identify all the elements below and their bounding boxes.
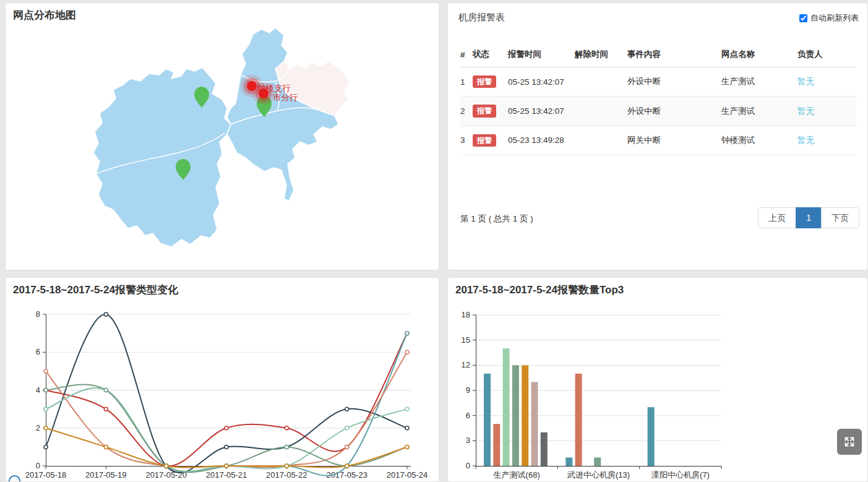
cell-status: 报警 bbox=[473, 67, 508, 97]
svg-text:9: 9 bbox=[466, 385, 470, 395]
cell-alarm-time: 05-25 13:42:07 bbox=[508, 97, 575, 126]
col-header-owner: 负责人 bbox=[797, 40, 856, 67]
cell-event: 网关中断 bbox=[627, 126, 721, 155]
owner-link[interactable]: 暂无 bbox=[797, 77, 814, 86]
auto-refresh-label[interactable]: 自动刷新列表 bbox=[810, 12, 859, 24]
current-page-button[interactable]: 1 bbox=[796, 207, 822, 228]
svg-text:0: 0 bbox=[36, 461, 40, 470]
svg-text:2017-05-18: 2017-05-18 bbox=[25, 470, 67, 480]
table-row: 1 报警 05-25 13:42:07 外设中断 生产测试 暂无 bbox=[460, 67, 856, 97]
svg-text:3: 3 bbox=[466, 436, 470, 445]
cell-owner: 暂无 bbox=[797, 97, 856, 126]
status-badge: 报警 bbox=[473, 75, 496, 88]
svg-text:2017-05-19: 2017-05-19 bbox=[85, 470, 127, 480]
alarm-table: # 状态 报警时间 解除时间 事件内容 网点名称 负责人 1 报警 05-25 … bbox=[460, 40, 856, 155]
alarm-marker-label: 钟楼支行 bbox=[257, 84, 291, 93]
status-badge: 报警 bbox=[473, 105, 496, 117]
svg-text:18: 18 bbox=[462, 310, 470, 319]
map-panel-title: 网点分布地图 bbox=[13, 8, 76, 22]
line-chart-title: 2017-5-18~2017-5-24报警类型变化 bbox=[13, 283, 178, 297]
cell-status: 报警 bbox=[473, 97, 508, 126]
auto-refresh-control: 自动刷新列表 bbox=[799, 12, 859, 24]
col-header-alarm-time: 报警时间 bbox=[508, 40, 575, 67]
bar-chart-title: 2017-5-18~2017-5-24报警数量Top3 bbox=[455, 283, 624, 297]
svg-text:2: 2 bbox=[36, 423, 40, 433]
fullscreen-button[interactable] bbox=[837, 429, 862, 455]
svg-text:4: 4 bbox=[36, 385, 40, 395]
pagination: 上页 1 下页 bbox=[758, 207, 859, 228]
prev-page-button[interactable]: 上页 bbox=[758, 207, 796, 228]
cell-num: 3 bbox=[460, 126, 473, 155]
svg-text:2017-05-22: 2017-05-22 bbox=[266, 470, 307, 480]
cell-num: 1 bbox=[460, 67, 473, 97]
col-header-clear-time: 解除时间 bbox=[575, 40, 627, 67]
svg-text:2017-05-21: 2017-05-21 bbox=[206, 470, 247, 480]
cell-num: 2 bbox=[460, 97, 473, 126]
cell-alarm-time: 05-25 13:42:07 bbox=[508, 67, 575, 97]
svg-text:2017-05-24: 2017-05-24 bbox=[387, 470, 428, 480]
alarm-table-panel: 机房报警表 自动刷新列表 # 状态 报警时间 解除时间 事件内容 网点名称 负责… bbox=[447, 2, 868, 270]
svg-text:生产测试(68): 生产测试(68) bbox=[494, 470, 540, 480]
cell-site: 钟楼测试 bbox=[721, 126, 797, 155]
svg-text:8: 8 bbox=[36, 309, 40, 319]
network-distribution-map[interactable]: 钟楼支行 市分行 bbox=[6, 3, 439, 269]
owner-link[interactable]: 暂无 bbox=[797, 136, 814, 145]
alarm-count-top3-panel: 2017-5-18~2017-5-24报警数量Top3 0369121518生产… bbox=[447, 277, 868, 482]
alarm-count-bar-chart[interactable]: 0369121518生产测试(68)武进中心机房(13)溧阳中心机房(7) bbox=[448, 306, 868, 482]
next-page-button[interactable]: 下页 bbox=[821, 207, 859, 228]
cell-owner: 暂无 bbox=[797, 67, 856, 97]
col-header-site: 网点名称 bbox=[721, 40, 797, 67]
svg-text:15: 15 bbox=[462, 335, 470, 345]
svg-text:溧阳中心机房(7): 溧阳中心机房(7) bbox=[651, 470, 710, 480]
status-badge: 报警 bbox=[473, 134, 496, 147]
svg-text:0: 0 bbox=[466, 461, 470, 470]
cell-owner: 暂无 bbox=[797, 126, 856, 155]
col-header-status: 状态 bbox=[473, 40, 508, 67]
table-header-row: # 状态 报警时间 解除时间 事件内容 网点名称 负责人 bbox=[460, 40, 856, 67]
cell-alarm-time: 05-23 13:49:28 bbox=[508, 126, 575, 155]
cell-site: 生产测试 bbox=[721, 67, 797, 97]
svg-text:6: 6 bbox=[466, 411, 470, 420]
col-header-event: 事件内容 bbox=[627, 40, 721, 67]
svg-text:武进中心机房(13): 武进中心机房(13) bbox=[567, 470, 630, 480]
cell-clear-time bbox=[575, 126, 627, 155]
alarm-table-title: 机房报警表 bbox=[458, 12, 505, 24]
map-region-west[interactable] bbox=[93, 67, 231, 247]
cell-clear-time bbox=[575, 67, 627, 97]
cell-site: 生产测试 bbox=[721, 97, 797, 126]
expand-icon bbox=[843, 436, 856, 448]
cell-event: 外设中断 bbox=[627, 97, 721, 126]
col-header-num: # bbox=[460, 40, 473, 67]
cell-event: 外设中断 bbox=[627, 67, 721, 97]
alarm-marker-label: 市分行 bbox=[273, 93, 298, 102]
network-map-panel: 网点分布地图 bbox=[5, 2, 439, 270]
svg-text:12: 12 bbox=[462, 360, 470, 369]
svg-text:6: 6 bbox=[36, 347, 40, 356]
cell-clear-time bbox=[575, 97, 627, 126]
alarm-type-trend-panel: 2017-5-18~2017-5-24报警类型变化 024682017-05-1… bbox=[5, 277, 439, 482]
cell-status: 报警 bbox=[473, 126, 508, 155]
auto-refresh-checkbox[interactable] bbox=[799, 14, 807, 22]
owner-link[interactable]: 暂无 bbox=[797, 106, 814, 116]
table-row: 2 报警 05-25 13:42:07 外设中断 生产测试 暂无 bbox=[460, 97, 856, 126]
pagination-summary: 第 1 页 ( 总共 1 页 ) bbox=[460, 213, 533, 225]
alarm-type-line-chart[interactable]: 024682017-05-182017-05-192017-05-202017-… bbox=[6, 306, 439, 482]
table-row: 3 报警 05-23 13:49:28 网关中断 钟楼测试 暂无 bbox=[460, 126, 856, 155]
